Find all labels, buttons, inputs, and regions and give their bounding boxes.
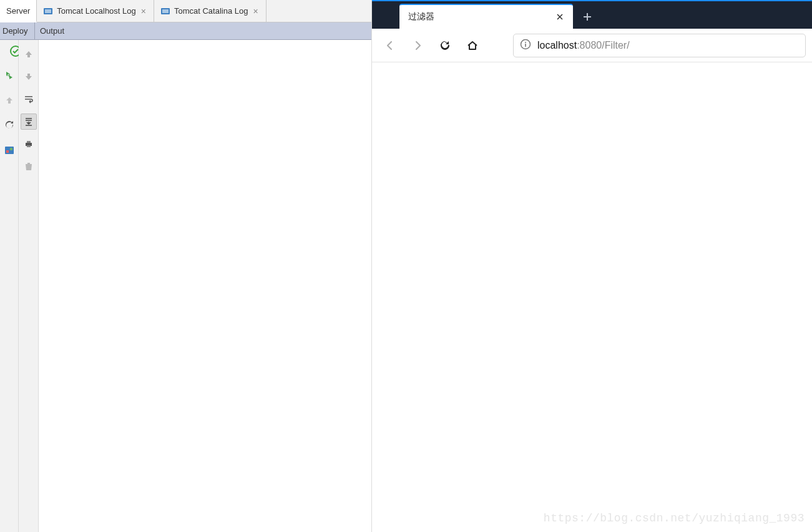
- browser-tab-active[interactable]: 过滤器: [399, 4, 573, 29]
- url-text: localhost:8080/Filter/: [537, 40, 630, 51]
- soft-wrap-icon[interactable]: [21, 91, 37, 107]
- url-host: localhost: [537, 40, 577, 51]
- svg-rect-6: [6, 150, 9, 153]
- browser-tab-strip: 过滤器: [372, 0, 812, 29]
- tomcat-icon: [43, 6, 53, 16]
- run-icon[interactable]: [1, 67, 17, 84]
- tab-server[interactable]: Server: [0, 0, 37, 22]
- forward-button[interactable]: [406, 34, 429, 57]
- ide-body: [0, 40, 371, 532]
- watermark-text: https://blog.csdn.net/yuzhiqiang_1993: [544, 512, 805, 525]
- output-toolbar: [19, 40, 39, 532]
- subtab-label: Output: [40, 26, 64, 36]
- url-bar[interactable]: localhost:8080/Filter/: [513, 34, 806, 57]
- info-icon[interactable]: [520, 39, 531, 52]
- console-output-area[interactable]: [39, 40, 371, 532]
- scroll-end-icon[interactable]: [21, 114, 37, 130]
- svg-rect-1: [45, 9, 51, 13]
- subtab-label: Deploy: [2, 26, 27, 36]
- ide-subtab-strip: Deploy Output: [0, 22, 371, 40]
- browser-toolbar: localhost:8080/Filter/: [372, 29, 812, 62]
- home-button[interactable]: [461, 34, 484, 57]
- svg-rect-7: [10, 148, 12, 150]
- close-icon[interactable]: ×: [252, 7, 259, 16]
- tab-tomcat-localhost-log[interactable]: Tomcat Localhost Log ×: [37, 0, 154, 22]
- back-button[interactable]: [378, 34, 402, 57]
- close-icon[interactable]: [554, 11, 565, 22]
- undeploy-icon[interactable]: [1, 92, 17, 109]
- print-icon[interactable]: [21, 136, 37, 152]
- tab-label: Server: [6, 6, 30, 16]
- browser-tab-title: 过滤器: [408, 11, 549, 22]
- ide-tab-strip: Server Tomcat Localhost Log × Tomcat Cat…: [0, 0, 371, 22]
- browser-window: 过滤器: [372, 0, 812, 532]
- ide-panel: Server Tomcat Localhost Log × Tomcat Cat…: [0, 0, 372, 532]
- subtab-deployment[interactable]: Deploy: [0, 22, 35, 39]
- new-tab-button[interactable]: [575, 5, 599, 29]
- svg-rect-13: [525, 44, 526, 47]
- url-rest: :8080/Filter/: [577, 40, 629, 51]
- deploy-toolbar: [0, 40, 19, 532]
- tomcat-icon: [160, 6, 170, 16]
- refresh-icon[interactable]: [1, 117, 17, 133]
- reload-button[interactable]: [433, 34, 457, 57]
- close-icon[interactable]: ×: [140, 7, 147, 16]
- arrow-up-icon[interactable]: [21, 46, 37, 62]
- tab-tomcat-catalina-log[interactable]: Tomcat Catalina Log ×: [154, 0, 267, 22]
- svg-point-12: [525, 42, 526, 43]
- svg-rect-3: [162, 9, 169, 13]
- artifact-icon[interactable]: [1, 142, 17, 158]
- tab-label: Tomcat Localhost Log: [57, 6, 135, 16]
- window-accent: [372, 0, 812, 1]
- svg-rect-10: [27, 145, 31, 147]
- trash-icon[interactable]: [21, 158, 37, 175]
- arrow-down-icon[interactable]: [21, 69, 37, 85]
- svg-rect-9: [27, 141, 31, 143]
- subtab-output[interactable]: Output: [35, 22, 371, 39]
- browser-viewport[interactable]: [372, 62, 812, 532]
- tab-label: Tomcat Catalina Log: [174, 6, 248, 16]
